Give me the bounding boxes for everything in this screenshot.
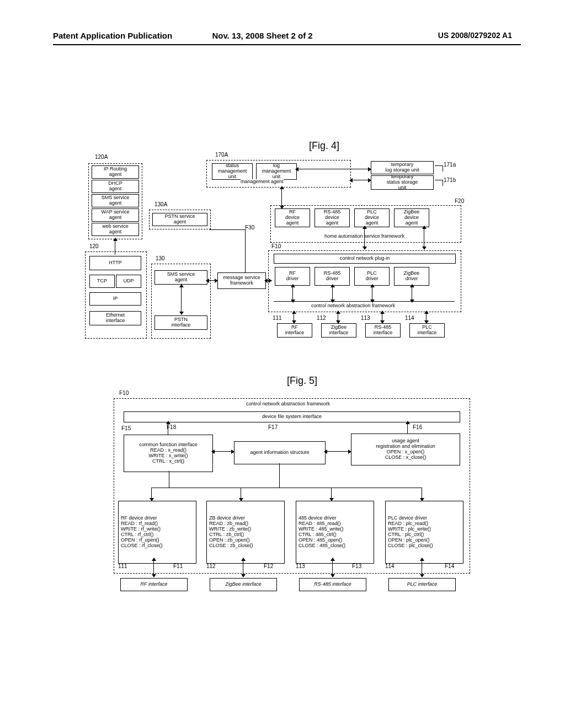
agent-information-structure: agent information structure [234, 441, 326, 464]
rf-interface: RF interface [277, 323, 312, 338]
rf-driver: RF driver [275, 267, 310, 286]
rs485-driver: RS-485 driver [315, 267, 350, 286]
header-center: Nov. 13, 2008 Sheet 2 of 2 [212, 31, 312, 40]
label-F10-fig4: F10 [271, 244, 281, 250]
rf-device-agent: RF device agent [275, 208, 310, 227]
message-service-framework: message service framework [217, 272, 266, 289]
label-113-fig5: 113 [296, 564, 305, 570]
log-management-unit: log management unit [256, 163, 297, 180]
plc-driver: PLC driver [354, 267, 390, 286]
label-111: 111 [273, 315, 282, 322]
fig5-caption: [Fig. 5] [287, 375, 317, 387]
ip: IP [89, 292, 141, 306]
header-left: Patent Application Publication [53, 31, 172, 40]
label-113: 113 [361, 315, 370, 322]
sms-service-agent-lower: SMS service agent [154, 270, 207, 285]
label-F10-fig5: F10 [119, 390, 129, 397]
ip-routing-agent: IP Routing agent [92, 165, 139, 179]
figure-5: F10 control network abstraction framewor… [87, 390, 473, 622]
label-171b: 171b [444, 178, 456, 184]
control-network-plugin: control network plug-in [274, 254, 456, 264]
label-F14: F14 [445, 564, 454, 570]
label-120A: 120A [95, 154, 108, 160]
pstn-interface: PSTN interface [154, 315, 207, 330]
plc-interface: PLC interface [409, 323, 445, 338]
temporary-status-storage: temporary status storage unit [371, 175, 434, 190]
cna-framework-label: control network abstraction framework [311, 303, 395, 308]
zigbee-interface: ZigBee interface [321, 323, 356, 338]
label-F15: F15 [121, 426, 131, 432]
zigbee-driver: ZigBee driver [394, 267, 429, 286]
cna-framework-title: control network abstraction framework [246, 402, 330, 406]
pstn-service-agent: PSTN service agent [152, 213, 207, 226]
label-F12: F12 [264, 564, 273, 570]
udp: UDP [116, 275, 141, 288]
dhcp-agent: DHCP agent [92, 180, 139, 193]
label-F20: F20 [455, 199, 464, 205]
plc-interface-fig5: PLC interface [388, 578, 456, 591]
ethernet-interface: Ethernet interface [89, 311, 141, 325]
label-F30: F30 [245, 225, 254, 231]
temporary-log-storage: temporary log storage unit [371, 161, 434, 174]
label-112-fig5: 112 [206, 564, 216, 570]
rs485-interface: RS-485 interface [365, 323, 401, 338]
label-111-fig5: 111 [118, 564, 127, 570]
tcp: TCP [89, 275, 115, 288]
label-F11: F11 [173, 564, 183, 570]
page-header: Patent Application Publication Nov. 13, … [53, 31, 512, 40]
label-170A: 170A [215, 152, 228, 158]
header-right: US 2008/0279202 A1 [438, 31, 512, 40]
patent-page: Patent Application Publication Nov. 13, … [0, 0, 565, 728]
header-rule [53, 44, 521, 45]
fig4-caption: [Fig. 4] [309, 140, 339, 152]
label-130: 130 [156, 256, 165, 262]
plc-device-driver: PLC device driver READ : plc_read() WRIT… [385, 501, 463, 564]
label-F16: F16 [413, 425, 422, 431]
common-function-interface: common function interface READ : x_read(… [124, 435, 213, 472]
sms-service-agent-top: SMS service agent [92, 194, 139, 207]
rs485-device-agent: RS-485 device agent [315, 208, 350, 227]
rs485-interface-fig5: RS-485 interface [299, 578, 366, 591]
label-F17: F17 [268, 425, 278, 431]
web-service-agent: web service agent [92, 223, 139, 236]
485-device-driver: 485 device driver READ : 485_read() WRIT… [296, 501, 374, 564]
wap-service-agent: WAP service agent [92, 208, 139, 222]
label-114-fig5: 114 [385, 564, 395, 570]
zigbee-device-agent: ZigBee device agent [394, 208, 429, 227]
http: HTTP [89, 256, 141, 270]
management-agent-label: management agent [241, 179, 284, 184]
label-120: 120 [89, 244, 99, 250]
plc-device-agent: PLC device agent [354, 208, 390, 227]
label-F13: F13 [352, 564, 361, 570]
label-171a: 171a [444, 162, 456, 168]
rf-device-driver: RF device driver READ : rf_read() WRITE … [118, 501, 196, 564]
zb-device-driver: ZB device driver READ : zb_read() WRITE … [206, 501, 285, 564]
rf-interface-fig5: RF interface [120, 578, 188, 591]
label-112: 112 [317, 315, 326, 322]
label-130A: 130A [154, 202, 167, 208]
zigbee-interface-fig5: ZigBee interface [210, 578, 277, 591]
label-114: 114 [405, 315, 414, 322]
figure-4: 170A status management unit log manageme… [88, 152, 475, 364]
status-management-unit: status management unit [212, 163, 253, 180]
usage-agent-registration: usage agent registration and elimination… [351, 433, 460, 465]
